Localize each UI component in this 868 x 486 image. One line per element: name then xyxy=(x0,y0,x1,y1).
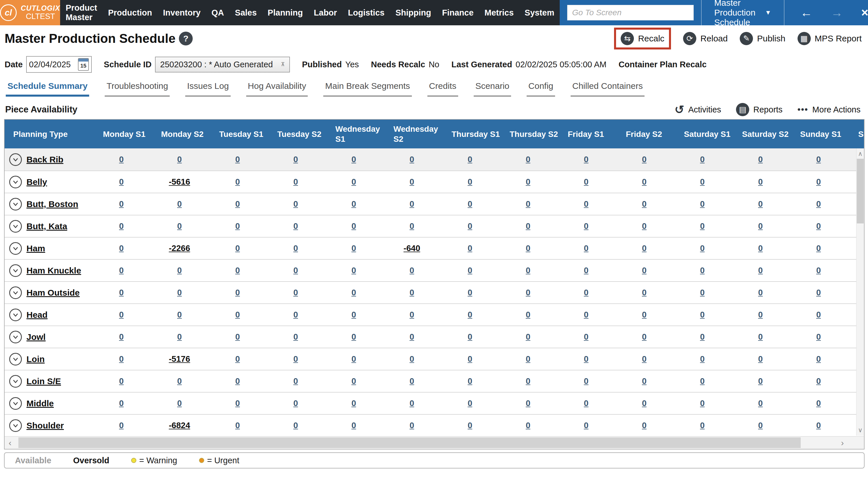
scroll-up-icon[interactable]: ∧ xyxy=(857,150,864,158)
scroll-left-icon[interactable]: ‹ xyxy=(9,436,11,449)
value-link[interactable]: 0 xyxy=(758,155,763,164)
value-link[interactable]: 0 xyxy=(526,332,530,341)
value-link[interactable]: 0 xyxy=(351,199,356,209)
expand-row-icon[interactable] xyxy=(9,286,22,299)
value-link[interactable]: 0 xyxy=(293,399,298,408)
value-link[interactable]: 0 xyxy=(351,376,356,386)
value-link[interactable]: 0 xyxy=(119,310,124,319)
value-link[interactable]: 0 xyxy=(758,199,763,209)
nav-item-labor[interactable]: Labor xyxy=(308,0,343,25)
value-link[interactable]: 0 xyxy=(409,288,414,297)
value-link[interactable]: 0 xyxy=(642,221,647,231)
value-link[interactable]: 0 xyxy=(409,421,414,430)
value-link[interactable]: 0 xyxy=(235,221,240,231)
date-input[interactable] xyxy=(29,60,75,69)
value-link[interactable]: 0 xyxy=(119,221,124,231)
value-link[interactable]: 0 xyxy=(468,332,472,341)
value-link[interactable]: -6824 xyxy=(169,421,190,430)
activities-button[interactable]: ↺Activities xyxy=(675,104,721,115)
value-link[interactable]: 0 xyxy=(526,244,530,253)
value-link[interactable]: 0 xyxy=(526,421,530,430)
planning-type-link[interactable]: Ham Knuckle xyxy=(27,266,81,275)
value-link[interactable]: 0 xyxy=(642,376,647,386)
value-link[interactable]: 0 xyxy=(816,421,821,430)
column-header-sunday-s2[interactable]: Sunday S2 xyxy=(852,129,865,139)
help-icon[interactable]: ? xyxy=(179,32,193,45)
nav-item-qa[interactable]: QA xyxy=(206,0,229,25)
value-link[interactable]: 0 xyxy=(293,199,298,209)
value-link[interactable]: 0 xyxy=(351,177,356,186)
value-link[interactable]: 0 xyxy=(235,399,240,408)
planning-type-link[interactable]: Ham xyxy=(27,244,45,253)
tab-scenario[interactable]: Scenario xyxy=(474,81,511,97)
value-link[interactable]: 0 xyxy=(758,221,763,231)
value-link[interactable]: 0 xyxy=(177,310,182,319)
planning-type-link[interactable]: Shoulder xyxy=(27,421,64,430)
value-link[interactable]: 0 xyxy=(468,288,472,297)
value-link[interactable]: 0 xyxy=(816,376,821,386)
value-link[interactable]: 0 xyxy=(409,155,414,164)
tab-chilled-containers[interactable]: Chilled Containers xyxy=(570,81,645,97)
value-link[interactable]: 0 xyxy=(526,199,530,209)
value-link[interactable]: 0 xyxy=(816,221,821,231)
value-link[interactable]: 0 xyxy=(526,221,530,231)
value-link[interactable]: 0 xyxy=(758,332,763,341)
value-link[interactable]: 0 xyxy=(758,399,763,408)
scroll-down-icon[interactable]: ∨ xyxy=(857,426,864,434)
value-link[interactable]: 0 xyxy=(351,221,356,231)
close-icon[interactable]: × xyxy=(861,7,868,19)
planning-type-link[interactable]: Butt, Kata xyxy=(27,221,67,231)
value-link[interactable]: 0 xyxy=(468,155,472,164)
value-link[interactable]: 0 xyxy=(526,399,530,408)
expand-row-icon[interactable] xyxy=(9,331,22,343)
expand-row-icon[interactable] xyxy=(9,419,22,432)
column-header-thursday-s2[interactable]: Thursday S2 xyxy=(503,129,561,139)
tab-hog-availability[interactable]: Hog Availability xyxy=(246,81,308,97)
value-link[interactable]: 0 xyxy=(293,266,298,275)
value-link[interactable]: 0 xyxy=(700,177,705,186)
value-link[interactable]: 0 xyxy=(235,244,240,253)
expand-row-icon[interactable] xyxy=(9,264,22,277)
tab-issues-log[interactable]: Issues Log xyxy=(185,81,230,97)
recalc-button[interactable]: ⇆Recalc xyxy=(614,28,671,50)
value-link[interactable]: 0 xyxy=(351,332,356,341)
planning-type-link[interactable]: Loin xyxy=(27,354,44,364)
value-link[interactable]: 0 xyxy=(642,354,647,364)
value-link[interactable]: 0 xyxy=(816,332,821,341)
nav-item-metrics[interactable]: Metrics xyxy=(479,0,520,25)
value-link[interactable]: 0 xyxy=(700,354,705,364)
value-link[interactable]: 0 xyxy=(119,244,124,253)
planning-type-link[interactable]: Back Rib xyxy=(27,155,63,164)
value-link[interactable]: 0 xyxy=(235,354,240,364)
value-link[interactable]: 0 xyxy=(351,288,356,297)
value-link[interactable]: 0 xyxy=(235,288,240,297)
planning-type-link[interactable]: Head xyxy=(27,310,48,320)
expand-row-icon[interactable] xyxy=(9,220,22,233)
nav-item-sales[interactable]: Sales xyxy=(229,0,262,25)
value-link[interactable]: 0 xyxy=(700,155,705,164)
value-link[interactable]: 0 xyxy=(119,288,124,297)
value-link[interactable]: 0 xyxy=(816,399,821,408)
screen-selector-dropdown[interactable]: Master Production Schedule ▼ xyxy=(702,0,784,27)
column-header-saturday-s1[interactable]: Saturday S1 xyxy=(678,129,736,139)
expand-row-icon[interactable] xyxy=(9,176,22,188)
value-link[interactable]: 0 xyxy=(119,266,124,275)
value-link[interactable]: 0 xyxy=(758,288,763,297)
value-link[interactable]: 0 xyxy=(526,376,530,386)
planning-type-link[interactable]: Loin S/E xyxy=(27,376,61,386)
value-link[interactable]: 0 xyxy=(119,421,124,430)
value-link[interactable]: -5176 xyxy=(169,354,190,364)
value-link[interactable]: 0 xyxy=(468,310,472,319)
value-link[interactable]: 0 xyxy=(526,177,530,186)
value-link[interactable]: 0 xyxy=(758,421,763,430)
more-actions-button[interactable]: •••More Actions xyxy=(798,105,861,115)
value-link[interactable]: 0 xyxy=(758,376,763,386)
value-link[interactable]: 0 xyxy=(816,288,821,297)
horizontal-scrollbar[interactable]: ‹ › xyxy=(5,436,864,449)
value-link[interactable]: 0 xyxy=(409,199,414,209)
value-link[interactable]: 0 xyxy=(351,155,356,164)
value-link[interactable]: 0 xyxy=(468,199,472,209)
value-link[interactable]: 0 xyxy=(468,376,472,386)
value-link[interactable]: 0 xyxy=(700,266,705,275)
value-link[interactable]: 0 xyxy=(642,266,647,275)
